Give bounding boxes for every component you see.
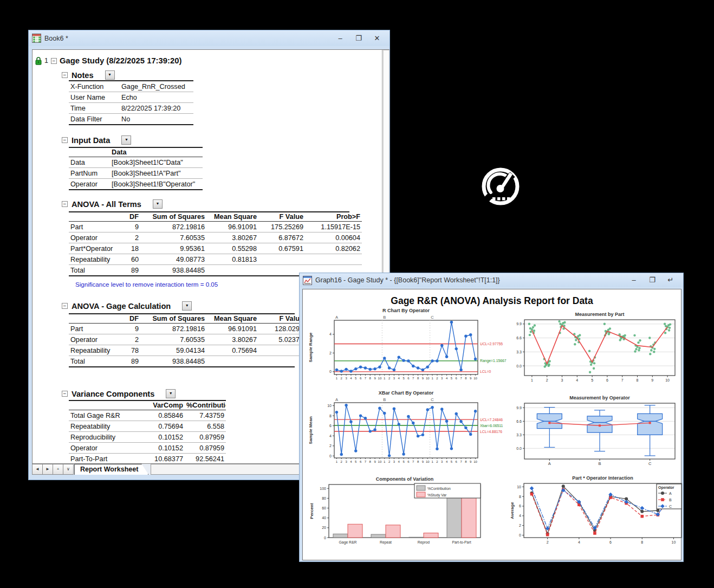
section-header-input-data: Input Data: [62, 135, 131, 145]
svg-text:1: 1: [336, 377, 338, 380]
maximize-icon[interactable]: ❐: [643, 274, 661, 286]
svg-text:6: 6: [519, 504, 521, 508]
section-dropdown-button[interactable]: [121, 135, 131, 145]
book-titlebar[interactable]: Book6 * – ❐ ✕: [29, 30, 390, 46]
sheet-list-button[interactable]: ∨: [63, 464, 74, 475]
chart-cov[interactable]: Components of Variation020406080100Perce…: [307, 477, 486, 552]
svg-text:0: 0: [329, 370, 332, 373]
svg-text:7: 7: [460, 460, 462, 463]
graph-page[interactable]: Gage R&R (ANOVA) Analysis Report for Dat…: [302, 289, 681, 560]
minimize-icon[interactable]: –: [331, 33, 349, 44]
tab-scroll-right-button[interactable]: ►: [42, 464, 53, 475]
add-sheet-button[interactable]: +: [53, 464, 63, 475]
collapse-icon[interactable]: [62, 72, 68, 78]
section-dropdown-button[interactable]: [182, 301, 192, 311]
section-header-anova-gage: ANOVA - Gage Calculation: [62, 301, 192, 311]
svg-text:9: 9: [470, 377, 472, 380]
svg-text:Operator: Operator: [658, 486, 674, 490]
svg-text:8: 8: [465, 377, 467, 380]
svg-text:2: 2: [329, 444, 332, 448]
svg-text:Part-to-Part: Part-to-Part: [452, 540, 471, 544]
svg-text:2: 2: [546, 378, 548, 382]
chart-meas-op[interactable]: Measurement by Operator0.03.36.69.9ABC: [510, 392, 679, 471]
input-data-table[interactable]: DataData[Book3]Sheet1!C"Data"PartNum[Boo…: [69, 147, 203, 190]
svg-text:6.6: 6.6: [516, 336, 522, 340]
svg-text:4: 4: [578, 540, 580, 544]
notes-table[interactable]: X-FunctionGage_RnR_CrossedUser NameEchoT…: [69, 80, 193, 125]
variance-components-table[interactable]: VarComp%ContributionTotal Gage R&R0.8584…: [69, 400, 226, 463]
chart-xbar-chart[interactable]: XBar Chart By Operator0246810Sample Mean…: [306, 390, 520, 472]
svg-text:R Chart By Operator: R Chart By Operator: [382, 308, 430, 313]
collapse-icon[interactable]: [62, 201, 68, 207]
svg-text:6: 6: [606, 378, 608, 382]
svg-text:8: 8: [417, 460, 419, 463]
svg-text:A: A: [669, 492, 672, 495]
svg-text:B: B: [598, 461, 601, 466]
svg-text:2: 2: [436, 460, 438, 463]
svg-text:UCL=2.97755: UCL=2.97755: [480, 342, 503, 346]
maximize-icon[interactable]: ❐: [349, 33, 368, 44]
svg-text:5: 5: [591, 378, 593, 382]
collapse-icon[interactable]: [62, 303, 68, 309]
svg-text:10: 10: [517, 485, 521, 489]
svg-text:3.3: 3.3: [516, 433, 522, 437]
svg-text:9: 9: [374, 460, 376, 463]
svg-text:80: 80: [322, 496, 326, 500]
svg-text:3.3: 3.3: [516, 350, 522, 354]
svg-text:Reprod: Reprod: [418, 540, 430, 545]
gauge-icon: [479, 165, 522, 209]
svg-text:9: 9: [651, 378, 653, 382]
section-header-variance-components: Variance Components: [62, 389, 176, 398]
chart-meas-part[interactable]: Measurement by Part0.03.36.69.9123456789…: [510, 309, 679, 389]
svg-text:1: 1: [384, 377, 386, 380]
report-title: Gage Study (8/22/2025 17:39:20): [60, 56, 181, 65]
svg-text:A: A: [548, 461, 551, 466]
svg-text:40: 40: [322, 516, 326, 520]
svg-text:8: 8: [369, 460, 372, 463]
collapse-icon[interactable]: [62, 391, 68, 397]
svg-text:2: 2: [329, 351, 332, 355]
section-dropdown-button[interactable]: [105, 70, 115, 80]
close-icon[interactable]: ✕: [368, 33, 386, 44]
section-title: Input Data: [72, 136, 110, 145]
svg-text:Components of Variation: Components of Variation: [376, 477, 434, 482]
lock-icon: [35, 57, 42, 65]
significance-note: Significance level to remove interaction…: [75, 281, 218, 288]
svg-text:3: 3: [441, 460, 443, 463]
svg-text:7: 7: [460, 377, 462, 380]
svg-text:Percent: Percent: [309, 503, 314, 519]
minimize-icon[interactable]: –: [625, 274, 643, 286]
chart-r-chart[interactable]: R Chart By Operator024Sample RangeABCUCL…: [306, 307, 520, 389]
collapse-icon[interactable]: [51, 58, 57, 64]
tab-scroll-left-button[interactable]: ◄: [32, 464, 43, 475]
chart-interaction[interactable]: Part * Operator Interaction0246810Averag…: [508, 476, 685, 552]
section-title: ANOVA - All Terms: [72, 200, 141, 209]
section-title: Notes: [72, 71, 94, 80]
svg-text:LCL=0: LCL=0: [480, 370, 491, 373]
anova-gage-table[interactable]: DFSum of SquaresMean SquareF ValuePart98…: [69, 313, 295, 367]
svg-text:4: 4: [446, 377, 448, 380]
svg-text:3: 3: [561, 378, 563, 382]
graph-titlebar[interactable]: Graph16 - Gage Study * - {[Book6]"Report…: [300, 273, 683, 287]
tab-report-worksheet[interactable]: Report Worksheet: [74, 464, 148, 475]
book-window-title: Book6 *: [44, 35, 331, 42]
svg-text:XBar Chart By Operator: XBar Chart By Operator: [379, 390, 434, 396]
svg-text:0.0: 0.0: [516, 364, 522, 368]
svg-text:5: 5: [355, 377, 357, 380]
svg-text:7: 7: [365, 377, 367, 380]
svg-text:0.0: 0.0: [516, 447, 522, 450]
svg-text:LCL=4.88176: LCL=4.88176: [480, 430, 502, 434]
section-dropdown-button[interactable]: [166, 389, 176, 398]
section-dropdown-button[interactable]: [153, 199, 163, 209]
svg-text:Measurement by Part: Measurement by Part: [575, 312, 624, 317]
svg-text:B: B: [383, 315, 386, 320]
collapse-icon[interactable]: [62, 137, 68, 143]
anova-all-terms-table[interactable]: DFSum of SquaresMean SquareF ValueProb>F…: [69, 211, 349, 276]
section-header-notes: Notes: [62, 70, 115, 80]
svg-text:Gage R&R: Gage R&R: [339, 540, 357, 545]
svg-text:9: 9: [422, 377, 424, 380]
restore-icon[interactable]: ↵: [661, 274, 680, 286]
svg-text:6: 6: [609, 540, 612, 544]
svg-text:6: 6: [360, 460, 362, 463]
svg-text:1: 1: [384, 460, 386, 463]
